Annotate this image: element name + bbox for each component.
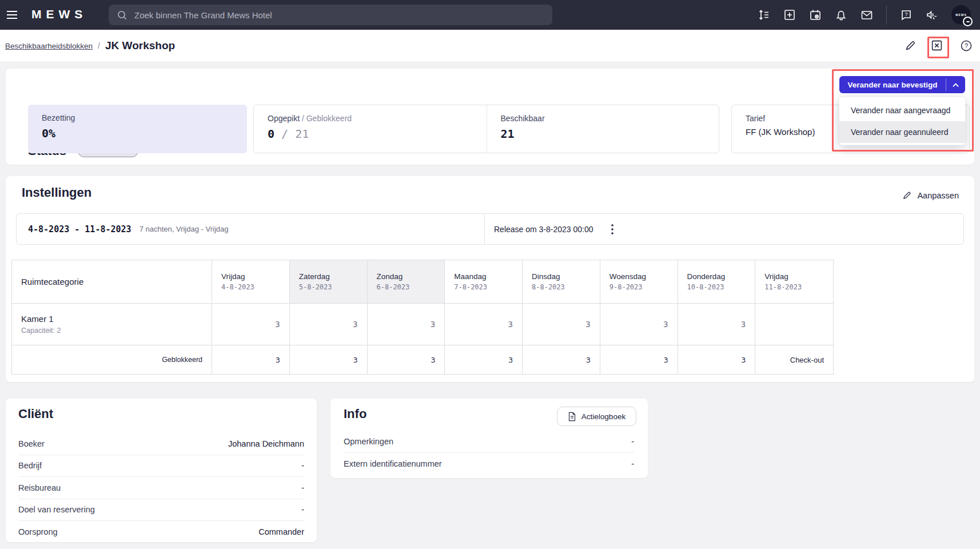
info-rows: Opmerkingen-Extern identificatienummer- bbox=[344, 431, 634, 475]
blocked-count-cell: 3 bbox=[290, 345, 368, 374]
pickup-availability-tile: Opgepikt / Geblokkeerd 0 / 21 Beschikbaa… bbox=[253, 105, 719, 153]
picked-blocked-cell: Opgepikt / Geblokkeerd 0 / 21 bbox=[254, 105, 487, 153]
room-availability-cell: 3 bbox=[212, 304, 290, 345]
room-category-header: Ruimtecategorie bbox=[12, 260, 212, 304]
info-title: Info bbox=[344, 407, 366, 421]
blocked-row-label: Geblokkeerd bbox=[12, 345, 212, 374]
occupancy-label: Bezetting bbox=[42, 113, 233, 122]
sort-list-icon[interactable] bbox=[758, 9, 770, 21]
notifications-bell-icon[interactable] bbox=[835, 9, 847, 21]
day-name: Vrijdag bbox=[221, 272, 280, 281]
day-name: Woensdag bbox=[609, 272, 668, 281]
client-row: OorsprongCommander bbox=[18, 521, 304, 543]
document-icon bbox=[568, 412, 576, 421]
room-row-header: Kamer 1Capaciteit: 2 bbox=[12, 304, 212, 345]
messages-envelope-icon[interactable] bbox=[861, 9, 873, 21]
available-cell: Beschikbaar 21 bbox=[487, 105, 719, 153]
release-block: Release om 3-8-2023 00:00 bbox=[485, 214, 619, 244]
navbar-divider bbox=[886, 5, 887, 25]
status-menu-item[interactable]: Verander naar aangevraagd bbox=[839, 100, 965, 121]
day-header: Maandag7-8-2023 bbox=[445, 260, 523, 304]
date-range-block: 4-8-2023 - 11-8-2023 7 nachten, Vrijdag … bbox=[17, 214, 485, 244]
client-row: BoekerJohanna Deichmann bbox=[18, 433, 304, 455]
client-section: Cliënt BoekerJohanna DeichmannBedrijf-Re… bbox=[6, 399, 317, 542]
room-availability-cell: 3 bbox=[290, 304, 368, 345]
settings-title: Instellingen bbox=[22, 185, 91, 200]
user-avatar[interactable]: MEWS bbox=[951, 5, 971, 25]
page-title: JK Workshop bbox=[105, 39, 175, 52]
room-capacity: Capaciteit: 2 bbox=[21, 327, 202, 335]
action-log-label: Actielogboek bbox=[581, 412, 626, 421]
action-log-button[interactable]: Actielogboek bbox=[557, 407, 636, 426]
client-row: Reisbureau- bbox=[18, 477, 304, 499]
day-date: 9-8-2023 bbox=[609, 283, 668, 291]
client-label: Doel van reservering bbox=[18, 505, 95, 514]
top-navbar: MEWS bbox=[0, 0, 980, 30]
help-circle-icon[interactable]: ? bbox=[960, 39, 973, 52]
day-name: Donderdag bbox=[687, 272, 746, 281]
client-label: Oorsprong bbox=[18, 527, 58, 536]
navbar-actions: ? MEWS bbox=[758, 0, 971, 30]
blocked-count-cell: 3 bbox=[445, 345, 523, 374]
availability-table: RuimtecategorieVrijdag4-8-2023Zaterdag5-… bbox=[11, 260, 834, 375]
checkout-cell: Check-out bbox=[755, 345, 833, 374]
dropdown-toggle[interactable] bbox=[946, 76, 965, 93]
info-row: Opmerkingen- bbox=[344, 431, 634, 453]
day-name: Zondag bbox=[377, 272, 436, 281]
client-value: - bbox=[301, 461, 304, 470]
day-date: 4-8-2023 bbox=[221, 283, 280, 291]
page: MEWS bbox=[0, 0, 980, 549]
status-menu-item[interactable]: Verander naar geannuleerd bbox=[839, 121, 965, 143]
breadcrumb: Beschikbaarheidsblokken / JK Workshop bbox=[5, 30, 175, 62]
room-availability-cell: 3 bbox=[445, 304, 523, 345]
room-availability-cell: 3 bbox=[368, 304, 445, 345]
day-date: 11-8-2023 bbox=[764, 283, 824, 291]
mews-logo[interactable]: MEWS bbox=[31, 7, 87, 21]
available-label: Beschikbaar bbox=[501, 114, 706, 123]
edit-pencil-icon[interactable] bbox=[905, 39, 917, 51]
change-to-confirmed-button[interactable]: Verander naar bevestigd bbox=[839, 76, 946, 93]
breadcrumb-separator: / bbox=[98, 41, 100, 50]
day-name: Vrijdag bbox=[764, 272, 824, 281]
delete-x-square-icon[interactable] bbox=[931, 39, 943, 51]
day-header: Vrijdag4-8-2023 bbox=[212, 260, 290, 304]
add-reservation-icon[interactable] bbox=[783, 9, 796, 21]
client-label: Reisbureau bbox=[18, 483, 61, 492]
info-value: - bbox=[631, 459, 634, 468]
edit-settings-button[interactable]: Aanpassen bbox=[902, 190, 959, 200]
announcements-megaphone-icon[interactable] bbox=[926, 9, 938, 21]
release-text: Release om 3-8-2023 00:00 bbox=[494, 225, 593, 234]
breadcrumb-parent-link[interactable]: Beschikbaarheidsblokken bbox=[5, 42, 93, 50]
day-name: Maandag bbox=[454, 272, 513, 281]
day-date: 8-8-2023 bbox=[532, 283, 591, 291]
calendar-view-icon[interactable] bbox=[809, 9, 822, 21]
blocked-count-cell: 3 bbox=[678, 345, 756, 374]
client-row: Doel van reservering- bbox=[18, 499, 304, 522]
room-availability-cell: 3 bbox=[678, 304, 756, 345]
date-note: 7 nachten, Vrijdag - Vrijdag bbox=[140, 225, 229, 233]
client-value: - bbox=[301, 483, 304, 492]
day-date: 10-8-2023 bbox=[687, 283, 746, 291]
occupancy-tile: Bezetting 0% bbox=[28, 105, 247, 153]
room-availability-cell: 3 bbox=[523, 304, 600, 345]
edit-settings-label: Aanpassen bbox=[917, 191, 959, 200]
client-label: Boeker bbox=[18, 439, 45, 448]
info-row: Extern identificatienummer- bbox=[344, 453, 634, 475]
global-search[interactable] bbox=[109, 5, 552, 25]
client-value: Johanna Deichmann bbox=[228, 439, 304, 448]
picked-value: 0 bbox=[268, 127, 274, 141]
kebab-menu-icon[interactable] bbox=[606, 223, 619, 236]
hamburger-menu-icon[interactable] bbox=[6, 9, 18, 21]
day-header: Zaterdag5-8-2023 bbox=[290, 260, 368, 304]
info-label: Extern identificatienummer bbox=[344, 459, 442, 468]
blocked-value: / 21 bbox=[274, 127, 309, 141]
room-availability-cell bbox=[755, 304, 833, 345]
pencil-icon bbox=[902, 190, 912, 200]
occupancy-value: 0% bbox=[42, 126, 233, 140]
change-status-split-button: Verander naar bevestigd bbox=[839, 76, 965, 93]
client-row: Bedrijf- bbox=[18, 455, 304, 478]
date-release-bar: 4-8-2023 - 11-8-2023 7 nachten, Vrijdag … bbox=[16, 213, 964, 245]
search-input[interactable] bbox=[133, 10, 544, 21]
day-header: Dinsdag8-8-2023 bbox=[523, 260, 600, 304]
help-chat-icon[interactable]: ? bbox=[900, 9, 913, 21]
